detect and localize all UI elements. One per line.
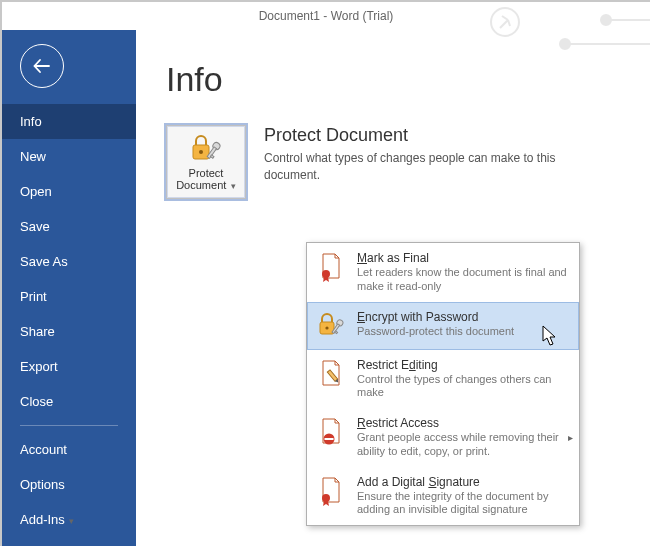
menu-restrict-editing[interactable]: Restrict Editing Control the types of ch… (307, 350, 579, 409)
menu-item-desc: Ensure the integrity of the document by … (357, 490, 569, 518)
page-prohibit-icon (315, 416, 347, 448)
svg-rect-10 (210, 154, 214, 157)
page-ribbon-icon (315, 475, 347, 507)
window-title: Document1 - Word (Trial) (259, 9, 394, 23)
menu-item-title: Restrict Access (357, 416, 569, 430)
section-title: Protect Document (264, 125, 584, 146)
nav-separator (20, 425, 118, 426)
backstage-sidebar: Info New Open Save Save As Print Share E… (2, 30, 136, 546)
nav-open[interactable]: Open (2, 174, 136, 209)
nav-share[interactable]: Share (2, 314, 136, 349)
menu-item-desc: Let readers know the document is final a… (357, 266, 569, 294)
menu-restrict-access[interactable]: Restrict Access Grant people access whil… (307, 408, 579, 467)
svg-point-11 (322, 270, 330, 278)
menu-item-title: Mark as Final (357, 251, 569, 265)
page-title: Info (166, 60, 626, 99)
submenu-arrow-icon: ▸ (568, 432, 573, 443)
page-pencil-icon (315, 358, 347, 390)
menu-item-title: Restrict Editing (357, 358, 569, 372)
nav-new[interactable]: New (2, 139, 136, 174)
page-ribbon-icon (315, 251, 347, 283)
nav-account[interactable]: Account (2, 432, 136, 467)
nav-info[interactable]: Info (2, 104, 136, 139)
menu-encrypt-password[interactable]: Encrypt with Password Password-protect t… (307, 302, 579, 350)
menu-item-desc: Control the types of changes others can … (357, 373, 569, 401)
svg-rect-16 (335, 330, 338, 333)
chevron-down-icon: ▾ (67, 516, 75, 526)
lock-key-icon (189, 133, 223, 163)
menu-digital-signature[interactable]: Add a Digital Signature Ensure the integ… (307, 467, 579, 526)
menu-mark-as-final[interactable]: Mark as Final Let readers know the docum… (307, 243, 579, 302)
nav-export[interactable]: Export (2, 349, 136, 384)
protect-button-label: Protect Document ▾ (167, 167, 245, 192)
nav-print[interactable]: Print (2, 279, 136, 314)
menu-item-title: Encrypt with Password (357, 310, 569, 324)
back-button[interactable] (20, 44, 64, 88)
lock-key-icon (315, 310, 347, 342)
menu-item-desc: Password-protect this document (357, 325, 569, 339)
section-desc: Control what types of changes people can… (264, 150, 584, 184)
main-pane: Info Protect Document ▾ Protect Document… (136, 30, 650, 546)
svg-point-13 (325, 326, 328, 329)
nav-save-as[interactable]: Save As (2, 244, 136, 279)
back-arrow-icon (31, 55, 53, 77)
nav-save[interactable]: Save (2, 209, 136, 244)
svg-rect-20 (325, 438, 334, 440)
cursor-icon (542, 325, 558, 347)
svg-point-21 (322, 494, 330, 502)
protect-document-menu: Mark as Final Let readers know the docum… (306, 242, 580, 526)
title-bar: Document1 - Word (Trial) (2, 2, 650, 30)
nav-options[interactable]: Options (2, 467, 136, 502)
nav-addins[interactable]: Add-Ins ▾ (2, 502, 136, 537)
chevron-down-icon: ▾ (228, 181, 236, 191)
nav-close[interactable]: Close (2, 384, 136, 419)
protect-document-button[interactable]: Protect Document ▾ (166, 125, 246, 199)
menu-item-title: Add a Digital Signature (357, 475, 569, 489)
svg-point-7 (199, 150, 203, 154)
menu-item-desc: Grant people access while removing their… (357, 431, 569, 459)
